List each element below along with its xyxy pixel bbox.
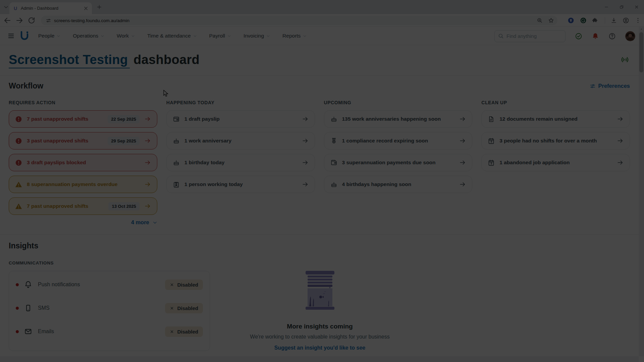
- workflow-card-8-superannuation-payments-overdue[interactable]: 8 superannuation payments overdue: [9, 176, 157, 193]
- zoom-icon[interactable]: [537, 17, 543, 23]
- vertical-scrollbar[interactable]: [639, 27, 644, 356]
- address-bar[interactable]: screens-testing.foundu.com.au/admin: [41, 16, 557, 25]
- nav-item-label: Reports: [282, 33, 301, 39]
- user-avatar[interactable]: [625, 31, 635, 41]
- nav-item-payroll[interactable]: Payroll: [209, 33, 231, 39]
- new-tab-icon[interactable]: [97, 4, 102, 10]
- nav-item-work[interactable]: Work: [117, 33, 135, 39]
- window-minimize-button[interactable]: [599, 0, 614, 14]
- workflow-card-1-abandoned-job-application[interactable]: 1 abandoned job application: [481, 154, 630, 171]
- workflow-column-header: REQUIRES ACTION: [9, 100, 157, 105]
- arrow-right-icon: [144, 159, 151, 166]
- workflow-card-label: 135 work anniversaries happening soon: [342, 116, 455, 122]
- site-settings-icon[interactable]: [46, 18, 51, 23]
- tab-search-caret-icon[interactable]: [3, 4, 9, 10]
- forward-icon[interactable]: [15, 16, 23, 24]
- nav-item-invoicing[interactable]: Invoicing: [244, 33, 270, 39]
- preferences-button[interactable]: Preferences: [590, 83, 630, 89]
- workflow-card-1-work-anniversary[interactable]: 1 work anniversary: [166, 132, 315, 149]
- nav-item-operations[interactable]: Operations: [73, 33, 104, 39]
- calendar-question-icon: [488, 159, 495, 166]
- workflow-column-header: UPCOMING: [324, 100, 473, 105]
- workflow-card-1-birthday-today[interactable]: 1 birthday today: [166, 154, 315, 171]
- workflow-card-4-birthdays-happening-soon[interactable]: 4 birthdays happening soon: [324, 176, 473, 193]
- password-manager-extension-icon[interactable]: [568, 17, 574, 24]
- tab-close-icon[interactable]: [83, 6, 89, 11]
- chevron-down-icon: [303, 34, 307, 38]
- workflow-card-1-compliance-record-expiring-soon[interactable]: 1 compliance record expiring soon: [324, 132, 473, 149]
- insights-body: Push notificationsDisabledSMSDisabledEma…: [9, 271, 630, 351]
- window-restore-button[interactable]: [614, 0, 629, 14]
- workflow-column-header: HAPPENING TODAY: [166, 100, 315, 105]
- workflow-card-3-draft-payslips-blocked[interactable]: 3 draft payslips blocked: [9, 154, 157, 171]
- divider: [0, 234, 639, 235]
- arrow-right-icon: [144, 181, 151, 188]
- browser-tab[interactable]: U Admin - Dashboard: [9, 2, 92, 14]
- sliders-icon: [590, 83, 596, 89]
- show-more-button[interactable]: 4 more: [9, 219, 157, 226]
- wallet-icon: [330, 159, 337, 166]
- chevron-down-icon: [266, 34, 270, 38]
- warning-triangle-icon: [15, 203, 22, 210]
- reload-icon[interactable]: [28, 16, 36, 24]
- help-icon[interactable]: [608, 33, 616, 40]
- workflow-card-3-past-unapproved-shifts[interactable]: 3 past unapproved shifts29 Sep 2025: [9, 132, 157, 149]
- tasks-check-icon[interactable]: [575, 33, 582, 40]
- workflow-card-label: 12 documents remain unsigned: [499, 116, 612, 122]
- global-search[interactable]: [494, 30, 566, 42]
- status-badge: Disabled: [165, 280, 203, 290]
- downloads-icon[interactable]: [610, 17, 617, 24]
- status-badge: Disabled: [165, 303, 203, 313]
- browser-tabstrip: U Admin - Dashboard: [0, 0, 644, 14]
- hamburger-menu-icon[interactable]: [7, 32, 15, 40]
- x-icon: [170, 306, 174, 310]
- channel-row-sms: SMSDisabled: [9, 296, 210, 320]
- workflow-card-1-draft-payslip[interactable]: 1 draft payslip: [166, 110, 315, 128]
- cake-icon: [173, 159, 180, 166]
- workflow-column-upcoming: UPCOMING135 work anniversaries happening…: [324, 100, 473, 226]
- nav-item-reports[interactable]: Reports: [282, 33, 307, 39]
- nav-item-label: Operations: [73, 33, 98, 39]
- workflow-card-label: 1 person working today: [184, 181, 297, 187]
- bookmark-star-icon[interactable]: [548, 17, 554, 23]
- search-input[interactable]: [506, 33, 562, 39]
- workflow-card-1-person-working-today[interactable]: 1 person working today: [166, 176, 315, 193]
- nav-item-label: Time & attendance: [147, 33, 191, 39]
- arrow-right-icon: [302, 137, 309, 144]
- horizontal-scrollbar[interactable]: [0, 356, 639, 362]
- show-more-label: 4 more: [131, 219, 149, 226]
- window-close-button[interactable]: [629, 0, 644, 14]
- workflow-column-requires-action: REQUIRES ACTION7 past unapproved shifts2…: [9, 100, 157, 226]
- broadcast-status-icon[interactable]: [621, 55, 629, 64]
- chevron-down-icon: [131, 34, 135, 38]
- nav-item-time-attendance[interactable]: Time & attendance: [147, 33, 197, 39]
- browser-profile-icon[interactable]: [623, 17, 629, 24]
- arrow-right-icon: [302, 159, 309, 166]
- browser-menu-icon[interactable]: [635, 17, 641, 24]
- workflow-card-7-past-unapproved-shifts[interactable]: 7 past unapproved shifts22 Sep 2025: [9, 110, 157, 128]
- workflow-card-3-people-had-no-shifts-for-over-a-month[interactable]: 3 people had no shifts for over a month: [481, 132, 630, 149]
- workflow-card-label: 7 past unapproved shifts: [27, 116, 103, 122]
- back-icon[interactable]: [3, 16, 11, 24]
- browser-toolbar: screens-testing.foundu.com.au/admin: [0, 14, 644, 27]
- scrollbar-thumb[interactable]: [639, 32, 643, 72]
- extensions-puzzle-icon[interactable]: [592, 17, 599, 24]
- nav-item-people[interactable]: People: [38, 33, 60, 39]
- workflow-card-3-superannuation-payments-due-soon[interactable]: 3 superannuation payments due soon: [324, 154, 473, 171]
- notifications-bell-icon[interactable]: [592, 33, 599, 40]
- url-text: screens-testing.foundu.com.au/admin: [54, 18, 531, 23]
- foundu-logo[interactable]: [20, 31, 29, 41]
- dashboard-page: Screenshot Testing dashboard Workflow Pr…: [0, 45, 639, 356]
- grammarly-extension-icon[interactable]: [580, 17, 587, 24]
- workflow-column-clean-up: CLEAN UP12 documents remain unsigned3 pe…: [481, 100, 630, 226]
- workflow-card-7-past-unapproved-shifts[interactable]: 7 past unapproved shifts13 Oct 2025: [9, 197, 157, 215]
- suggest-insight-link[interactable]: Suggest an insight you'd like to see: [274, 345, 365, 351]
- nav-item-label: People: [38, 33, 54, 39]
- workflow-card-135-work-anniversaries-happening-soon[interactable]: 135 work anniversaries happening soon: [324, 110, 473, 128]
- scroll-up-icon[interactable]: [640, 28, 643, 31]
- workflow-card-12-documents-remain-unsigned[interactable]: 12 documents remain unsigned: [481, 110, 630, 128]
- alert-circle-icon: [15, 159, 22, 166]
- arrow-right-icon: [302, 116, 309, 122]
- medal-icon: [330, 137, 337, 144]
- dashboard-name-link[interactable]: Screenshot Testing: [9, 53, 130, 68]
